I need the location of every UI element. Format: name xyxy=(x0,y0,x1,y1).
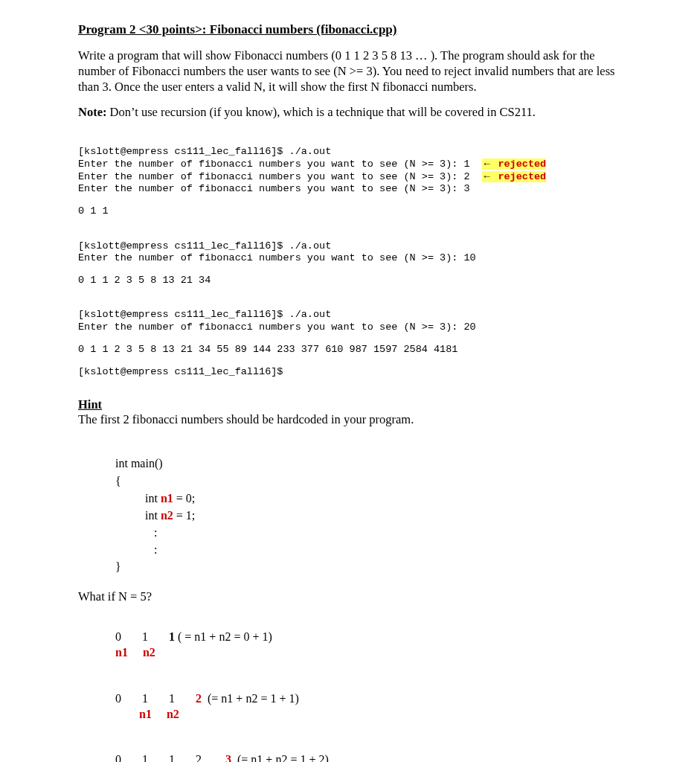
term-line: Enter the number of fibonacci numbers yo… xyxy=(78,171,482,182)
ptr-n1: n1 xyxy=(139,708,152,720)
note: (= n1 + n2 = 1 + 2) xyxy=(231,753,329,762)
what-if-heading: What if N = 5? xyxy=(78,589,618,604)
note-text: Don’t use recursion (if you know), which… xyxy=(106,105,535,119)
ptr-n2: n2 xyxy=(167,708,179,720)
terminal-block-1: [kslott@empress cs111_lec_fall16]$ ./a.o… xyxy=(78,133,618,195)
terminal-block-3: [kslott@empress cs111_lec_fall16]$ ./a.o… xyxy=(78,297,618,333)
val: 2 xyxy=(196,753,202,762)
ptr-n1: n1 xyxy=(115,646,128,659)
val: 1 xyxy=(142,753,148,762)
program-description: Write a program that will show Fibonacci… xyxy=(78,48,618,95)
term-line: Enter the number of fibonacci numbers yo… xyxy=(78,321,476,333)
rejected-highlight: ← rejected xyxy=(482,171,546,182)
arrow-icon: ← xyxy=(482,158,492,169)
val: 0 xyxy=(115,692,121,705)
note-label: Note: xyxy=(78,105,106,119)
document-page: Program 2 <30 points>: Fibonacci numbers… xyxy=(0,0,700,762)
val: 1 xyxy=(142,692,148,705)
val: 0 xyxy=(115,753,121,762)
terminal-output-1: 0 1 1 xyxy=(78,205,618,217)
val: 1 xyxy=(142,630,148,643)
val: 0 xyxy=(115,630,121,643)
terminal-block-2: [kslott@empress cs111_lec_fall16]$ ./a.o… xyxy=(78,228,618,264)
example-step-3: 0 1 1 2 3 (= n1 + n2 = 1 + 2) n1 n2 xyxy=(115,737,618,762)
example-step-2: 0 1 1 2 (= n1 + n2 = 1 + 1) n1 n2 xyxy=(115,676,618,722)
term-line: Enter the number of fibonacci numbers yo… xyxy=(78,183,470,194)
val-new: 3 xyxy=(225,753,231,762)
var-n1: n1 xyxy=(161,492,173,505)
example-step-1: 0 1 1 ( = n1 + n2 = 0 + 1) n1 n2 xyxy=(115,615,618,661)
arrow-icon: ← xyxy=(482,170,492,182)
program-title: Program 2 <30 points>: Fibonacci numbers… xyxy=(78,22,618,37)
code-line: } xyxy=(115,560,121,573)
terminal-prompt-end: [kslott@empress cs111_lec_fall16]$ xyxy=(78,366,618,378)
term-line: Enter the number of fibonacci numbers yo… xyxy=(78,252,476,263)
hint-text: The first 2 fibonacci numbers should be … xyxy=(78,412,618,427)
code-line: int main() xyxy=(115,457,163,470)
code-line: int xyxy=(115,492,161,505)
code-line: : xyxy=(115,543,157,556)
rejected-highlight: ← rejected xyxy=(482,159,546,170)
terminal-output-2: 0 1 1 2 3 5 8 13 21 34 xyxy=(78,275,618,286)
code-line: int xyxy=(115,509,161,522)
val-new: 1 xyxy=(169,630,175,643)
code-line: : xyxy=(115,526,157,539)
note: ( = n1 + n2 = 0 + 1) xyxy=(175,630,272,643)
val-new: 2 xyxy=(196,692,202,705)
hint-heading: Hint xyxy=(78,397,618,412)
val: 1 xyxy=(169,753,175,762)
note-line: Note: Don’t use recursion (if you know),… xyxy=(78,105,618,120)
term-prompt: [kslott@empress cs111_lec_fall16]$ ./a.o… xyxy=(78,146,331,157)
terminal-output-3: 0 1 1 2 3 5 8 13 21 34 55 89 144 233 377… xyxy=(78,344,618,356)
term-prompt: [kslott@empress cs111_lec_fall16]$ ./a.o… xyxy=(78,309,331,320)
note: (= n1 + n2 = 1 + 1) xyxy=(202,692,299,705)
rejected-text: rejected xyxy=(498,171,546,182)
term-line: Enter the number of fibonacci numbers yo… xyxy=(78,159,482,170)
code-snippet: int main() { int n1 = 0; int n2 = 1; : :… xyxy=(115,438,618,576)
val: 1 xyxy=(169,692,175,705)
code-line: = 0; xyxy=(173,492,195,505)
rejected-text: rejected xyxy=(498,159,546,170)
var-n2: n2 xyxy=(161,509,173,522)
ptr-n2: n2 xyxy=(143,646,155,659)
term-prompt: [kslott@empress cs111_lec_fall16]$ ./a.o… xyxy=(78,240,331,252)
code-line: { xyxy=(115,475,121,487)
code-line: = 1; xyxy=(173,509,195,522)
